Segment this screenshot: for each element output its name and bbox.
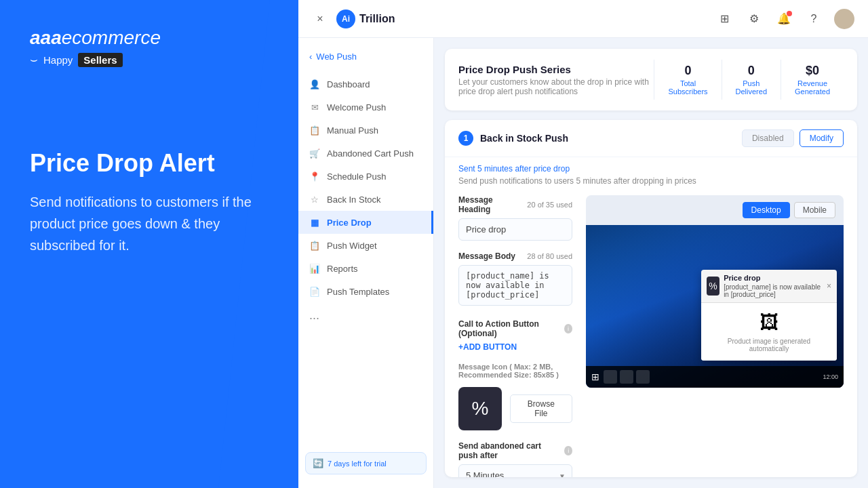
- stat-num: 0: [736, 64, 767, 78]
- back-arrow-icon: ‹: [309, 52, 312, 62]
- help-icon[interactable]: ?: [804, 9, 823, 28]
- form-section: Message Heading 20 of 35 used Message Bo…: [445, 195, 857, 477]
- add-button-link[interactable]: +ADD BUTTON: [458, 342, 572, 352]
- push-card: 1 Back in Stock Push Disabled Modify Sen…: [445, 120, 857, 477]
- message-heading-input[interactable]: [458, 218, 572, 241]
- sidebar-more[interactable]: ...: [298, 303, 433, 328]
- sidebar-item-label: Reports: [327, 264, 358, 274]
- abandoned-select[interactable]: 5 Minutes 10 Minutes 30 Minutes 1 Hour: [458, 464, 572, 477]
- push-subtitle: Sent 5 minutes after price drop: [445, 164, 857, 176]
- sidebar-item-label: Price Drop: [327, 218, 372, 228]
- abandoned-label: Send abandoned cart push after: [458, 441, 561, 460]
- stat-label: Revenue Generated: [795, 79, 830, 96]
- sidebar-item-label: Schedule Push: [327, 171, 386, 182]
- stat-num: 0: [668, 64, 707, 78]
- sidebar-item-label: Back In Stock: [327, 195, 380, 205]
- push-card-actions: Disabled Modify: [742, 129, 844, 147]
- notif-header: % Price drop [product_name] is now avail…: [701, 270, 837, 303]
- notif-title-row: % Price drop [product_name] is now avail…: [707, 274, 827, 298]
- abandoned-info-icon[interactable]: i: [564, 446, 572, 455]
- series-stats: 0 Total Subscribers 0 Push Delivered $0 …: [654, 60, 844, 100]
- start-icon[interactable]: ⊞: [591, 371, 599, 382]
- brand-ecommerce: ecommerce: [62, 27, 161, 48]
- sidebar-item-price-drop[interactable]: ▦ Price Drop: [298, 211, 433, 234]
- avatar[interactable]: [834, 9, 854, 29]
- price-drop-icon: ▦: [309, 217, 320, 228]
- abandoned-group: Send abandoned cart push after i 5 Minut…: [458, 441, 572, 477]
- icon-label: Message Icon ( Max: 2 MB, Recommended Si…: [458, 363, 572, 379]
- push-card-title: Back in Stock Push: [480, 133, 568, 144]
- notification-badge: [787, 11, 792, 16]
- step-badge: 1: [458, 131, 473, 146]
- heading-label: Message Heading: [458, 195, 527, 214]
- stat-push-delivered: 0 Push Delivered: [722, 60, 781, 100]
- back-in-stock-icon: ☆: [309, 194, 320, 205]
- left-panel: aaaecommerce ⌣ Happy Sellers Price Drop …: [0, 0, 298, 488]
- message-body-input[interactable]: [458, 265, 572, 306]
- settings-icon[interactable]: ⚙: [745, 9, 764, 28]
- modify-button[interactable]: Modify: [800, 129, 844, 147]
- top-bar: × Ai Trillion ⊞ ⚙ 🔔 ?: [298, 0, 868, 38]
- notif-image-area: 🖼 Product image is generated automatical…: [701, 303, 837, 361]
- sidebar-item-welcome-push[interactable]: ✉ Welcome Push: [298, 96, 433, 119]
- icon-preview: %: [458, 387, 502, 430]
- close-button[interactable]: ×: [312, 11, 328, 27]
- right-panel: × Ai Trillion ⊞ ⚙ 🔔 ? ‹ Web Push 👤: [298, 0, 868, 488]
- abandoned-cart-icon: 🛒: [309, 148, 320, 159]
- sidebar-item-manual-push[interactable]: 📋 Manual Push: [298, 119, 433, 142]
- heading-label-row: Message Heading 20 of 35 used: [458, 195, 572, 214]
- sidebar-item-dashboard[interactable]: 👤 Dashboard: [298, 73, 433, 96]
- auto-image-text: Product image is generated automatically: [709, 338, 829, 352]
- trial-bar[interactable]: 🔄 7 days left for trial: [305, 452, 427, 474]
- sidebar-item-label: Abandoned Cart Push: [327, 148, 414, 159]
- manual-push-icon: 📋: [309, 125, 320, 136]
- tab-mobile[interactable]: Mobile: [794, 202, 835, 218]
- taskbar-icon: [620, 370, 633, 384]
- sidebar-item-push-templates[interactable]: 📄 Push Templates: [298, 280, 433, 303]
- series-title: Price Drop Push Series: [458, 64, 654, 75]
- page-area: Price Drop Push Series Let your customer…: [434, 38, 868, 488]
- top-icons: ⊞ ⚙ 🔔 ?: [715, 9, 854, 29]
- notifications-icon[interactable]: 🔔: [774, 9, 793, 28]
- sidebar-item-reports[interactable]: 📊 Reports: [298, 257, 433, 280]
- message-body-group: Message Body 28 of 80 used: [458, 251, 572, 308]
- series-info: Price Drop Push Series Let your customer…: [458, 64, 654, 96]
- brand-happy: Happy: [43, 54, 73, 66]
- notification-popup: % Price drop [product_name] is now avail…: [701, 270, 837, 361]
- notif-close-button[interactable]: ×: [827, 281, 831, 291]
- desktop-preview: % Price drop [product_name] is now avail…: [586, 225, 844, 388]
- form-left: Message Heading 20 of 35 used Message Bo…: [458, 195, 572, 477]
- notif-icon: %: [707, 277, 719, 296]
- taskbar-icons: [604, 370, 650, 384]
- sidebar-back-label: Web Push: [316, 52, 357, 62]
- icon-upload-row: % Browse File: [458, 387, 572, 430]
- sidebar-item-schedule-push[interactable]: 📍 Schedule Push: [298, 165, 433, 188]
- grid-icon[interactable]: ⊞: [715, 9, 734, 28]
- disabled-button[interactable]: Disabled: [742, 129, 794, 147]
- preview-container: Desktop Mobile %: [586, 195, 844, 388]
- welcome-push-icon: ✉: [309, 102, 320, 113]
- tab-desktop[interactable]: Desktop: [743, 202, 790, 218]
- cta-group: Call to Action Button (Optional) i +ADD …: [458, 319, 572, 352]
- sidebar-back-button[interactable]: ‹ Web Push: [298, 45, 433, 68]
- stat-revenue-generated: $0 Revenue Generated: [781, 60, 844, 100]
- abandoned-select-wrapper: 5 Minutes 10 Minutes 30 Minutes 1 Hour ▼: [458, 464, 572, 477]
- body-label: Message Body: [458, 251, 515, 261]
- sidebar-item-label: Dashboard: [327, 79, 370, 89]
- stat-label: Push Delivered: [736, 79, 767, 96]
- sidebar-item-back-in-stock[interactable]: ☆ Back In Stock: [298, 188, 433, 211]
- sidebar: ‹ Web Push 👤 Dashboard ✉ Welcome Push 📋 …: [298, 38, 434, 488]
- cta-info-icon[interactable]: i: [564, 324, 572, 333]
- browse-file-button[interactable]: Browse File: [510, 394, 572, 423]
- schedule-push-icon: 📍: [309, 171, 320, 182]
- preview-tabs: Desktop Mobile: [586, 195, 844, 225]
- series-description: Let your customers know about the drop i…: [458, 77, 654, 96]
- stat-label: Total Subscribers: [668, 79, 707, 96]
- push-card-header: 1 Back in Stock Push Disabled Modify: [445, 120, 857, 157]
- brand-aaa: aaa: [30, 27, 62, 48]
- app-logo: Ai Trillion: [336, 9, 395, 28]
- sidebar-item-abandoned-cart[interactable]: 🛒 Abandoned Cart Push: [298, 142, 433, 165]
- series-header-card: Price Drop Push Series Let your customer…: [445, 49, 857, 110]
- logo-icon: Ai: [336, 9, 355, 28]
- sidebar-item-push-widget[interactable]: 📋 Push Widget: [298, 234, 433, 257]
